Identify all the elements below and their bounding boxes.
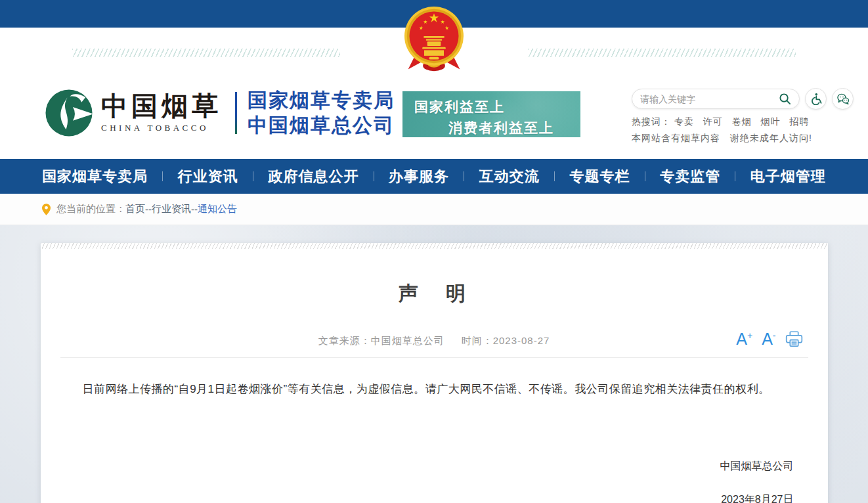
nav-item-interaction[interactable]: 互动交流 bbox=[479, 167, 540, 186]
font-decrease-button[interactable]: A- bbox=[762, 331, 775, 347]
nav-separator bbox=[735, 171, 735, 181]
breadcrumb-label: 您当前的位置： bbox=[56, 203, 125, 215]
time-label: 时间： bbox=[462, 335, 493, 346]
breadcrumb-current[interactable]: 通知公告 bbox=[198, 203, 237, 215]
meta-divider bbox=[60, 357, 808, 358]
source-value: 中国烟草总公司 bbox=[371, 335, 445, 346]
search-area: 热搜词： 专卖 许可 卷烟 烟叶 招聘 本网站含有烟草内容 谢绝未成年人访问! bbox=[632, 88, 858, 144]
hot-word-xuke[interactable]: 许可 bbox=[703, 116, 723, 127]
site-header: 中国烟草 CHINA TOBACCO 国家烟草专卖局 中国烟草总公司 国家利益至… bbox=[0, 28, 868, 159]
signature-date: 2023年8月27日 bbox=[41, 493, 828, 503]
hot-word-juanyan[interactable]: 卷烟 bbox=[732, 116, 752, 127]
card-top-hatch bbox=[41, 243, 828, 249]
decorative-hatch-right bbox=[528, 49, 796, 57]
accessibility-icon bbox=[810, 93, 822, 105]
slogan-line1: 国家利益至上 bbox=[414, 98, 580, 116]
wechat-button[interactable] bbox=[832, 88, 854, 110]
org-title-line1: 国家烟草专卖局 bbox=[248, 88, 395, 113]
printer-icon bbox=[785, 331, 803, 347]
org-title: 国家烟草专卖局 中国烟草总公司 bbox=[248, 88, 395, 138]
search-box[interactable] bbox=[632, 89, 800, 109]
minor-access-notice: 本网站含有烟草内容 谢绝未成年人访问! bbox=[632, 133, 858, 144]
breadcrumb: 您当前的位置： 首页 -- 行业资讯 -- 通知公告 bbox=[0, 194, 868, 225]
nav-item-industry-news[interactable]: 行业资讯 bbox=[178, 167, 238, 186]
slogan-line2: 消费者利益至上 bbox=[414, 119, 580, 137]
main-content: 声 明 文章来源：中国烟草总公司时间：2023-08-27 A+ A- bbox=[0, 225, 868, 503]
logo-divider bbox=[235, 92, 237, 134]
font-increase-button[interactable]: A+ bbox=[736, 331, 752, 347]
article-title: 声 明 bbox=[41, 280, 828, 307]
search-icon bbox=[779, 93, 791, 105]
nav-item-services[interactable]: 办事服务 bbox=[389, 167, 449, 186]
org-title-line2: 中国烟草总公司 bbox=[248, 113, 395, 138]
nav-separator bbox=[464, 171, 464, 181]
wechat-icon bbox=[836, 93, 850, 106]
location-pin-icon bbox=[42, 204, 51, 215]
hot-word-yanye[interactable]: 烟叶 bbox=[761, 116, 781, 127]
search-button[interactable] bbox=[779, 93, 791, 105]
article-card: 声 明 文章来源：中国烟草总公司时间：2023-08-27 A+ A- bbox=[41, 243, 828, 503]
accessibility-button[interactable] bbox=[805, 88, 827, 110]
nav-separator bbox=[162, 171, 163, 181]
main-nav: 国家烟草专卖局 行业资讯 政府信息公开 办事服务 互动交流 专题专栏 专卖监管 … bbox=[0, 159, 868, 194]
source-label: 文章来源： bbox=[318, 335, 371, 346]
article-meta: 文章来源：中国烟草总公司时间：2023-08-27 bbox=[41, 331, 828, 347]
hot-word-zhuanmai[interactable]: 专卖 bbox=[674, 116, 694, 127]
search-input[interactable] bbox=[640, 94, 779, 104]
article-body: 日前网络上传播的“自9月1日起卷烟涨价”等有关信息，为虚假信息。请广大网民不信谣… bbox=[60, 379, 808, 399]
print-button[interactable] bbox=[785, 331, 803, 347]
nav-separator bbox=[374, 171, 374, 181]
breadcrumb-home[interactable]: 首页 bbox=[125, 203, 145, 215]
slogan-banner: 国家利益至上 消费者利益至上 bbox=[402, 91, 580, 137]
article-tools: A+ A- bbox=[736, 331, 802, 347]
breadcrumb-dash: -- bbox=[191, 204, 198, 215]
nav-item-topics[interactable]: 专题专栏 bbox=[569, 167, 630, 186]
hot-search-row: 热搜词： 专卖 许可 卷烟 烟叶 招聘 bbox=[632, 116, 858, 128]
nav-separator bbox=[253, 171, 253, 181]
logo-en-text: CHINA TOBACCO bbox=[101, 123, 222, 133]
site-logo[interactable]: 中国烟草 CHINA TOBACCO 国家烟草专卖局 中国烟草总公司 bbox=[45, 88, 395, 138]
nav-separator bbox=[554, 171, 555, 181]
national-emblem-icon bbox=[403, 5, 465, 77]
hot-word-zhaopin[interactable]: 招聘 bbox=[789, 116, 809, 127]
nav-item-ecig[interactable]: 电子烟管理 bbox=[750, 167, 826, 186]
hot-search-label: 热搜词： bbox=[632, 116, 671, 127]
article-meta-row: 文章来源：中国烟草总公司时间：2023-08-27 A+ A- bbox=[41, 331, 828, 351]
signature-org: 中国烟草总公司 bbox=[41, 460, 828, 473]
nav-separator bbox=[645, 171, 645, 181]
time-value: 2023-08-27 bbox=[493, 335, 550, 346]
nav-item-stma[interactable]: 国家烟草专卖局 bbox=[42, 167, 148, 186]
nav-item-gov-info[interactable]: 政府信息公开 bbox=[268, 167, 358, 186]
nav-item-monopoly[interactable]: 专卖监管 bbox=[660, 167, 720, 186]
breadcrumb-dash: -- bbox=[145, 204, 152, 215]
decorative-hatch-left bbox=[72, 49, 340, 57]
logo-cn-text: 中国烟草 bbox=[101, 93, 222, 119]
breadcrumb-section[interactable]: 行业资讯 bbox=[152, 203, 191, 215]
china-tobacco-logo-icon bbox=[45, 88, 93, 138]
